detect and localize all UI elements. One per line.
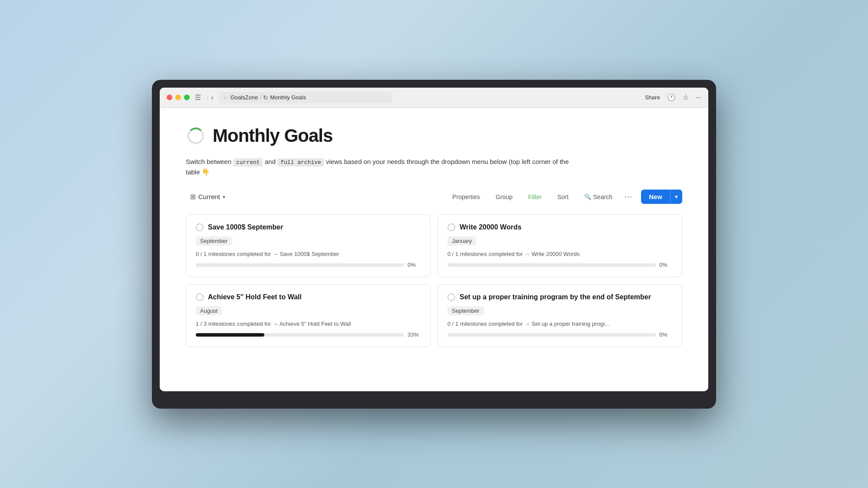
progress-bar-bg-1 <box>196 263 404 267</box>
card-title-row-4: Set up a proper training program by the … <box>447 293 672 301</box>
forward-button[interactable]: › <box>211 94 213 102</box>
search-icon: 🔍 <box>584 193 591 200</box>
search-button[interactable]: 🔍 Search <box>581 191 616 203</box>
goal-title-1: Save 1000$ September <box>208 223 283 231</box>
browser-actions: Share 🕐 ☆ ··· <box>645 93 701 102</box>
reload-icon: ↻ <box>263 94 268 101</box>
goal-title-4: Set up a proper training program by the … <box>460 293 651 301</box>
goal-checkbox-1[interactable] <box>196 223 204 231</box>
card-title-row-3: Achieve 5'' Hold Feet to Wall <box>196 293 421 301</box>
page-content: Monthly Goals Switch between current and… <box>160 108 708 365</box>
goal-card-4[interactable]: Set up a proper training program by the … <box>437 284 682 347</box>
tag-archive: full archive <box>277 158 324 167</box>
more-button[interactable]: ··· <box>625 192 632 201</box>
sort-button[interactable]: Sort <box>554 191 572 203</box>
page-description: Switch between current and full archive … <box>186 157 576 178</box>
cards-grid: Save 1000$ September September 0 / 1 mil… <box>186 214 682 347</box>
progress-row-3: 33% <box>196 331 421 338</box>
and-text: and <box>265 158 276 165</box>
browser-bar: ☰ ‹ › ○ GoalsZone / ↻ Monthly Goals Shar… <box>160 88 708 108</box>
progress-row-4: 0% <box>447 331 672 338</box>
menu-icon[interactable]: ☰ <box>195 93 201 102</box>
progress-label-1: 0% <box>408 262 421 268</box>
page-icon <box>186 126 206 146</box>
browser-window: ☰ ‹ › ○ GoalsZone / ↻ Monthly Goals Shar… <box>160 88 708 391</box>
new-button-group: New ▾ <box>641 190 682 204</box>
toolbar: ⊞ Current ▾ Properties Group Filter Sort… <box>186 190 682 204</box>
goal-card-2[interactable]: Write 20000 Words January 0 / 1 mileston… <box>437 214 682 277</box>
view-label: Current <box>198 193 220 200</box>
minimize-button[interactable] <box>175 95 181 100</box>
goal-title-3: Achieve 5'' Hold Feet to Wall <box>208 293 302 301</box>
goal-tag-1: September <box>196 236 232 246</box>
milestone-text-3: 1 / 3 milestones completed for → Achieve… <box>196 321 421 327</box>
progress-bar-fill-3 <box>196 333 264 337</box>
page-header: Monthly Goals <box>186 125 682 146</box>
goal-card-1[interactable]: Save 1000$ September September 0 / 1 mil… <box>186 214 431 277</box>
progress-bar-bg-2 <box>447 263 656 267</box>
nav-arrows: ‹ › <box>206 94 214 102</box>
traffic-lights <box>167 95 190 100</box>
toolbar-right: Properties Group Filter Sort 🔍 Search ··… <box>449 190 682 204</box>
progress-row-2: 0% <box>447 262 672 268</box>
group-button[interactable]: Group <box>492 191 516 203</box>
milestone-text-1: 0 / 1 milestones completed for → Save 10… <box>196 251 421 257</box>
view-selector[interactable]: ⊞ Current ▾ <box>186 190 230 203</box>
goal-tag-4: September <box>447 306 484 315</box>
history-icon[interactable]: 🕐 <box>667 93 676 102</box>
breadcrumb: GoalsZone / ↻ Monthly Goals <box>230 94 306 101</box>
page-icon-small: ○ <box>224 95 227 101</box>
goal-checkbox-3[interactable] <box>196 293 204 301</box>
close-button[interactable] <box>167 95 172 100</box>
new-main-button[interactable]: New <box>641 190 670 204</box>
progress-label-4: 0% <box>659 331 672 338</box>
progress-row-1: 0% <box>196 262 421 268</box>
grid-icon: ⊞ <box>190 193 196 201</box>
breadcrumb-separator: / <box>260 94 262 101</box>
card-title-row-1: Save 1000$ September <box>196 223 421 231</box>
share-button[interactable]: Share <box>645 94 660 101</box>
maximize-button[interactable] <box>184 95 190 100</box>
progress-bar-bg-3 <box>196 333 404 337</box>
tag-current: current <box>233 158 263 167</box>
goal-card-3[interactable]: Achieve 5'' Hold Feet to Wall August 1 /… <box>186 284 431 347</box>
goal-checkbox-4[interactable] <box>447 293 455 301</box>
breadcrumb-page: Monthly Goals <box>270 94 306 101</box>
milestone-text-2: 0 / 1 milestones completed for → Write 2… <box>447 251 672 257</box>
search-label: Search <box>593 193 612 200</box>
bookmark-icon[interactable]: ☆ <box>683 93 689 102</box>
back-button[interactable]: ‹ <box>206 94 208 102</box>
progress-label-3: 33% <box>408 331 421 338</box>
address-bar[interactable]: ○ GoalsZone / ↻ Monthly Goals <box>219 92 392 103</box>
properties-button[interactable]: Properties <box>449 191 483 203</box>
filter-button[interactable]: Filter <box>525 191 545 203</box>
card-title-row-2: Write 20000 Words <box>447 223 672 231</box>
new-chevron-button[interactable]: ▾ <box>670 190 682 203</box>
page-title: Monthly Goals <box>213 125 332 146</box>
breadcrumb-site: GoalsZone <box>230 94 258 101</box>
goal-tag-2: January <box>447 236 476 246</box>
more-options-icon[interactable]: ··· <box>696 94 701 102</box>
loading-spinner <box>187 128 204 144</box>
progress-label-2: 0% <box>659 262 672 268</box>
chevron-down-icon: ▾ <box>223 194 225 200</box>
laptop-frame: ☰ ‹ › ○ GoalsZone / ↻ Monthly Goals Shar… <box>152 80 716 409</box>
goal-tag-3: August <box>196 306 222 315</box>
goal-title-2: Write 20000 Words <box>460 223 522 231</box>
goal-checkbox-2[interactable] <box>447 223 455 231</box>
milestone-text-4: 0 / 1 milestones completed for → Set up … <box>447 321 672 327</box>
progress-bar-bg-4 <box>447 333 656 337</box>
